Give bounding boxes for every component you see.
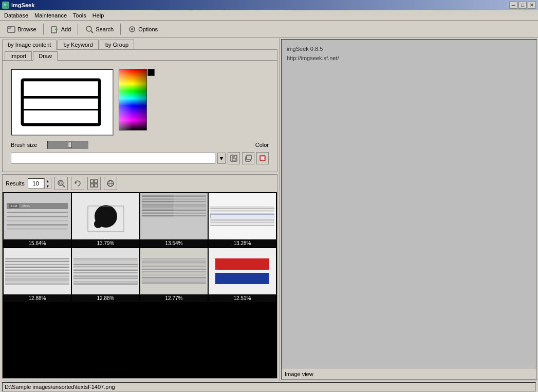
svg-rect-17 [247,155,251,160]
browse-icon [7,25,16,34]
title-bar: 🔍 imgSeek ─ □ ✕ [0,0,538,10]
sketch-toolbar: ▼ [7,151,273,167]
toolbar-sep-2 [78,24,78,35]
svg-line-22 [63,185,65,187]
info-line-1: imgSeek 0.8.5 [287,45,339,54]
grid-label-7: 12.77% [140,294,208,302]
draw-tab-content: Brush size Color ▼ [3,60,277,172]
main-container: by Image content by Keyword by Group Imp… [0,38,538,381]
menu-maintenance[interactable]: Maintenance [31,11,70,20]
grid-item-7[interactable]: 12.77% [140,248,208,302]
spin-up[interactable]: ▲ [45,178,51,183]
sketch-canvas[interactable] [11,69,114,136]
inner-tab-row: Import Draw [3,50,277,60]
svg-rect-10 [22,80,99,124]
grid-item-4[interactable]: 13.28% [209,193,276,247]
add-icon [50,25,60,34]
svg-line-7 [91,31,93,33]
right-panel-info: imgSeek 0.8.5 http://imgseek.sf.net/ [287,45,339,63]
toolbar-sep-1 [43,24,44,35]
color-gradient[interactable] [119,69,147,130]
svg-rect-28 [95,184,98,187]
search-label: Search [96,26,114,32]
controls-row: Brush size Color [7,140,273,151]
svg-point-21 [58,180,63,185]
search-button[interactable]: Search [80,22,118,36]
svg-rect-1 [8,27,11,28]
svg-point-2 [8,28,9,29]
result-search-btn[interactable] [54,177,68,190]
left-panel: by Image content by Keyword by Group Imp… [0,38,280,381]
grid-label-5: 12.88% [4,294,71,302]
grid-label-8: 12.51% [209,294,276,302]
title-bar-left: 🔍 imgSeek [2,2,34,9]
grid-item-6[interactable]: 12.88% [72,248,139,302]
draw-area [7,65,273,140]
browse-button[interactable]: Browse [2,22,41,36]
right-panel: imgSeek 0.8.5 http://imgseek.sf.net/ Ima… [281,39,537,380]
add-button[interactable]: Add [46,22,76,36]
image-view-text: Image view [285,371,313,377]
svg-rect-14 [232,155,235,158]
tab-by-keyword[interactable]: by Keyword [58,40,98,49]
tab-import[interactable]: Import [5,51,32,60]
info-line-2: http://imgseek.sf.net/ [287,54,339,63]
result-refresh-btn[interactable] [71,177,84,190]
svg-point-9 [131,28,133,30]
color-swatch [147,69,155,76]
minimize-button[interactable]: ─ [509,2,517,9]
image-grid-container[interactable]: 2148 MCG 15.64% [3,192,277,378]
app-icon: 🔍 [2,2,9,9]
svg-point-33 [94,220,102,228]
brush-size-slider[interactable] [47,141,88,149]
sketch-dropdown-arrow[interactable]: ▼ [217,153,226,164]
results-count-control: 10 ▲ ▼ [28,178,51,189]
spin-arrows: ▲ ▼ [44,178,51,189]
sketch-tool-save[interactable] [228,152,240,164]
menu-database[interactable]: Database [1,11,31,20]
grid-item-2[interactable]: 13.79% [72,193,139,247]
sketch-tool-clear[interactable] [256,152,269,164]
color-label: Color [255,142,269,148]
brush-size-label: Brush size [11,142,37,148]
maximize-button[interactable]: □ [518,2,527,9]
spin-down[interactable]: ▼ [45,183,51,189]
image-grid: 2148 MCG 15.64% [3,192,277,303]
tab-draw[interactable]: Draw [33,51,58,61]
tab-by-image-content[interactable]: by Image content [2,40,57,50]
results-header: Results 10 ▲ ▼ [3,175,277,192]
brush-slider-thumb [68,142,72,148]
grid-label-2: 13.79% [72,239,139,247]
results-count-input[interactable]: 10 [28,178,44,189]
options-button[interactable]: Options [123,22,162,36]
result-sort-btn[interactable] [104,177,117,190]
grid-item-5[interactable]: 12.88% [4,248,71,302]
grid-label-6: 12.88% [72,294,139,302]
browse-label: Browse [17,26,36,32]
grid-item-8[interactable]: 12.51% [209,248,276,302]
color-picker-area[interactable] [119,69,155,136]
status-bar: D:\Sample images\unsorted\textsF1407.png [0,381,538,392]
svg-rect-26 [95,180,98,183]
toolbar: Browse Add Search Options [0,21,538,38]
add-label: Add [61,26,71,32]
image-view-label: Image view [282,368,536,379]
window-title: imgSeek [11,2,34,8]
grid-item-3[interactable]: 13.54% [140,193,208,247]
result-grid-btn[interactable] [87,177,101,190]
close-button[interactable]: ✕ [528,2,536,9]
menu-help[interactable]: Help [89,11,107,20]
status-path: D:\Sample images\unsorted\textsF1407.png [2,382,536,391]
sketch-tool-copy[interactable] [242,152,254,164]
menu-tools[interactable]: Tools [70,11,89,20]
tab-by-group[interactable]: by Group [100,40,134,49]
options-icon [127,25,137,34]
grid-label-1: 15.64% [4,239,71,247]
svg-point-6 [86,26,91,31]
grid-item-1[interactable]: 2148 MCG 15.64% [4,193,71,247]
svg-rect-27 [90,184,94,187]
title-bar-controls: ─ □ ✕ [509,2,536,9]
toolbar-sep-3 [120,24,121,35]
sketch-dropdown[interactable] [11,153,215,164]
grid-label-3: 13.54% [140,239,208,247]
